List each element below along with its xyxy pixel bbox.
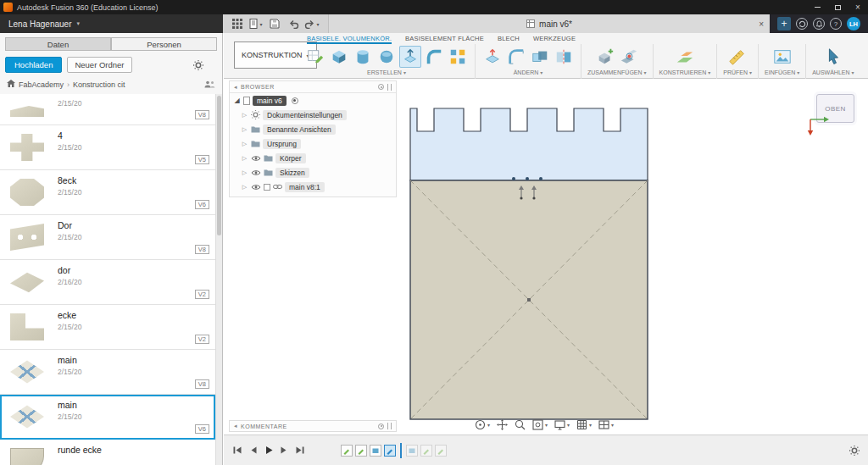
- joint-icon[interactable]: [618, 46, 640, 68]
- collapse-panel-icon[interactable]: ◂: [234, 84, 237, 91]
- group-label[interactable]: AUSWÄHLEN: [812, 69, 849, 75]
- create-sketch-icon[interactable]: [304, 46, 326, 68]
- browser-item-root[interactable]: ◢ main v6: [230, 93, 396, 108]
- group-label[interactable]: ZUSAMMENFÜGEN: [587, 69, 643, 75]
- visibility-eye-icon[interactable]: [251, 184, 261, 191]
- collapse-panel-icon[interactable]: ◂: [234, 423, 237, 429]
- file-item[interactable]: ecke 2/15/20 V2: [0, 305, 215, 350]
- expand-arrow-icon[interactable]: ▷: [241, 126, 248, 133]
- skip-to-end-icon[interactable]: [295, 446, 305, 455]
- file-item-selected[interactable]: main 2/15/20 V6: [0, 395, 215, 440]
- sphere-icon[interactable]: [376, 46, 398, 68]
- breadcrumb-root[interactable]: FabAcademy: [19, 80, 64, 89]
- timeline-future-item[interactable]: [420, 445, 432, 457]
- viewport[interactable]: OBEN ◂ BROWSER ◢ main v6 ▷ Dokumenteinst…: [224, 79, 868, 435]
- panel-grip-icon[interactable]: [387, 423, 392, 429]
- comments-panel[interactable]: ◂ KOMMENTARE: [229, 420, 397, 432]
- viewports-icon[interactable]: ▾: [598, 419, 614, 430]
- file-menu-icon[interactable]: ▾: [248, 16, 264, 31]
- notifications-icon[interactable]: [813, 18, 825, 30]
- document-tab[interactable]: main v6* ×: [328, 14, 770, 33]
- group-label[interactable]: PRÜFEN: [723, 69, 748, 75]
- browser-item-bodies[interactable]: ▷ Körper: [230, 151, 396, 165]
- upload-button[interactable]: Hochladen: [5, 57, 62, 73]
- browser-item-named-views[interactable]: ▷ Benannte Ansichten: [230, 122, 396, 136]
- panel-pin-icon[interactable]: [378, 423, 384, 429]
- activate-component-radio[interactable]: [292, 97, 298, 104]
- file-list-scrollbar[interactable]: [215, 94, 222, 465]
- members-icon[interactable]: [204, 80, 215, 88]
- skip-to-start-icon[interactable]: [232, 446, 242, 455]
- select-cursor-icon[interactable]: [822, 46, 844, 68]
- file-item[interactable]: main 2/15/20 V8: [0, 350, 215, 395]
- group-label[interactable]: KONSTRUIEREN: [659, 69, 707, 75]
- new-folder-button[interactable]: Neuer Ordner: [67, 57, 131, 73]
- zoom-icon[interactable]: [515, 419, 526, 430]
- browser-item-label[interactable]: main v8:1: [285, 182, 325, 192]
- browser-header[interactable]: ◂ BROWSER: [230, 81, 396, 93]
- maximize-button[interactable]: [827, 0, 848, 14]
- orbit-icon[interactable]: ▾: [475, 419, 490, 430]
- tab-volumenkoerper[interactable]: BASISELE. VOLUMENKÖR.: [307, 33, 392, 44]
- browser-item-origin[interactable]: ▷ Ursprung: [230, 136, 396, 151]
- box-icon[interactable]: [328, 46, 350, 68]
- construction-plane-icon[interactable]: [674, 46, 696, 68]
- split-body-icon[interactable]: [553, 46, 575, 68]
- tab-daten[interactable]: Daten: [5, 37, 111, 51]
- new-component-icon[interactable]: [594, 46, 616, 68]
- fit-icon[interactable]: ▾: [532, 419, 548, 430]
- tab-personen[interactable]: Personen: [111, 37, 217, 51]
- new-tab-button[interactable]: +: [777, 17, 791, 30]
- redo-icon[interactable]: ▾: [303, 16, 320, 31]
- pattern-icon[interactable]: [447, 46, 469, 68]
- file-item[interactable]: 2/15/20 V8: [0, 99, 215, 125]
- group-label[interactable]: ÄNDERN: [514, 69, 539, 75]
- browser-item-label[interactable]: Benannte Ansichten: [263, 125, 336, 135]
- timeline-selected-item[interactable]: [384, 445, 396, 457]
- panel-grip-icon[interactable]: [387, 84, 392, 91]
- browser-item-label[interactable]: Dokumenteinstellungen: [263, 110, 347, 120]
- data-panel-settings-icon[interactable]: [193, 60, 203, 70]
- close-button[interactable]: ×: [848, 0, 868, 14]
- timeline-sketch-item[interactable]: [355, 445, 367, 457]
- file-item[interactable]: Dor 2/15/20 V8: [0, 215, 215, 260]
- browser-item-label[interactable]: main v6: [253, 96, 287, 106]
- browser-item-label[interactable]: Skizzen: [275, 168, 309, 178]
- avatar[interactable]: LH: [847, 17, 860, 30]
- grid-settings-icon[interactable]: ▾: [576, 419, 592, 430]
- center-point[interactable]: [527, 298, 531, 302]
- pipe-icon[interactable]: [423, 46, 445, 68]
- tab-close-icon[interactable]: ×: [759, 19, 764, 29]
- file-item[interactable]: 4 2/15/20 V5: [0, 125, 215, 170]
- browser-item-sketches[interactable]: ▷ Skizzen: [230, 165, 396, 180]
- measure-icon[interactable]: [726, 46, 748, 68]
- browser-item-label[interactable]: Körper: [275, 153, 306, 163]
- undo-icon[interactable]: [285, 16, 302, 31]
- viewcube-face-label[interactable]: OBEN: [825, 105, 846, 113]
- help-icon[interactable]: ?: [830, 18, 842, 30]
- tab-blech[interactable]: BLECH: [498, 33, 520, 44]
- timeline-settings-icon[interactable]: [849, 446, 860, 456]
- visibility-eye-icon[interactable]: [251, 155, 261, 162]
- file-item[interactable]: dor 2/16/20 V2: [0, 260, 215, 305]
- pan-icon[interactable]: [497, 419, 508, 430]
- timeline-future-item[interactable]: [435, 445, 447, 457]
- panel-pin-icon[interactable]: [378, 84, 384, 90]
- combine-icon[interactable]: [529, 46, 551, 68]
- minimize-button[interactable]: [807, 0, 827, 14]
- cylinder-icon[interactable]: [352, 46, 374, 68]
- fillet-icon[interactable]: [505, 46, 527, 68]
- file-item[interactable]: runde ecke: [0, 440, 215, 465]
- scrollbar-thumb[interactable]: [217, 96, 221, 235]
- timeline-future-item[interactable]: [406, 445, 418, 457]
- expand-arrow-icon[interactable]: ▷: [241, 112, 248, 119]
- expand-arrow-icon[interactable]: ▷: [241, 155, 248, 162]
- timeline-extrude-item[interactable]: [370, 445, 381, 457]
- expand-arrow-icon[interactable]: ▷: [241, 169, 248, 176]
- step-forward-icon[interactable]: [280, 446, 288, 455]
- step-back-icon[interactable]: [249, 446, 258, 455]
- timeline-sketch-item[interactable]: [341, 445, 353, 457]
- browser-item-label[interactable]: Ursprung: [263, 139, 301, 149]
- visibility-eye-icon[interactable]: [251, 169, 261, 176]
- job-status-icon[interactable]: [796, 18, 808, 30]
